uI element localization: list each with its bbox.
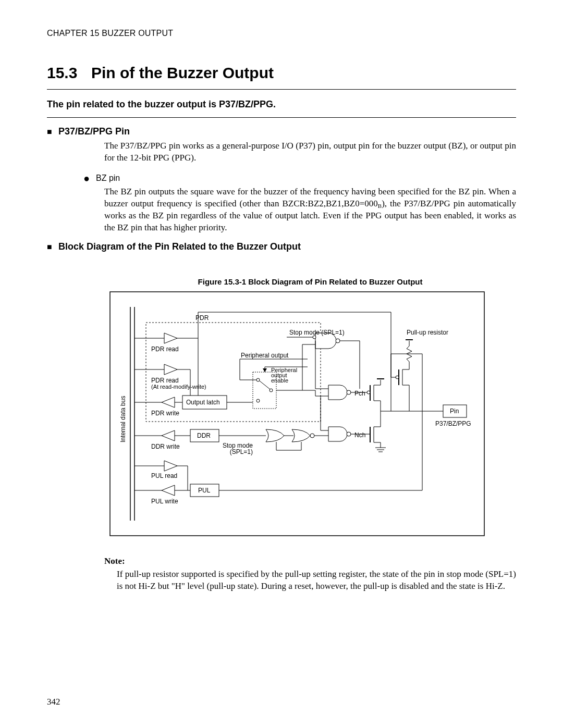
svg-point-96: [367, 391, 370, 394]
svg-text:PDR read: PDR read: [151, 377, 179, 384]
svg-text:DDR write: DDR write: [151, 443, 180, 450]
lead-sentence: The pin related to the buzzer output is …: [47, 99, 516, 110]
p37-paragraph: The P37/BZ/PPG pin works as a general-pu…: [104, 140, 516, 164]
round-bullet-icon: ●: [83, 176, 96, 181]
note-body: If pull-up resistor supported is specifi…: [117, 569, 516, 593]
svg-marker-35: [263, 368, 267, 372]
svg-text:P37/BZ/PPG: P37/BZ/PPG: [435, 420, 471, 427]
bz-pin-heading: ●BZ pin: [83, 174, 516, 183]
subheading-block-diagram: ■Block Diagram of the Pin Related to the…: [47, 241, 516, 252]
svg-text:Output latch: Output latch: [186, 399, 220, 406]
svg-point-75: [347, 390, 351, 394]
svg-text:(At read-modify-write): (At read-modify-write): [151, 384, 206, 390]
svg-marker-11: [164, 364, 177, 375]
svg-text:enable: enable: [271, 377, 288, 384]
svg-marker-6: [164, 333, 177, 343]
svg-text:(SPL=1): (SPL=1): [230, 448, 253, 455]
running-header: CHAPTER 15 BUZZER OUTPUT: [47, 29, 516, 38]
svg-text:Pin: Pin: [450, 408, 459, 415]
section-title: 15.3Pin of the Buzzer Output: [47, 64, 516, 82]
page-number: 342: [47, 697, 60, 707]
svg-marker-54: [162, 485, 175, 496]
svg-text:Pull-up resistor: Pull-up resistor: [407, 329, 448, 336]
page: CHAPTER 15 BUZZER OUTPUT 15.3Pin of the …: [0, 0, 563, 728]
figure-caption: Figure 15.3-1 Block Diagram of Pin Relat…: [104, 277, 516, 286]
svg-text:Internal data bus: Internal data bus: [119, 396, 127, 442]
note-heading: Note:: [104, 556, 516, 566]
section-number: 15.3: [47, 64, 91, 82]
svg-text:PDR write: PDR write: [151, 410, 179, 417]
svg-point-85: [347, 432, 351, 436]
rule: [47, 89, 516, 90]
svg-text:Pch: Pch: [354, 390, 365, 397]
svg-text:PDR read: PDR read: [151, 346, 179, 353]
svg-marker-47: [164, 461, 177, 471]
svg-text:Peripheral output: Peripheral output: [241, 352, 289, 359]
block-diagram: Internal data bus PDR PDR read PDR read …: [109, 291, 516, 538]
svg-text:PDR: PDR: [195, 314, 209, 322]
rule: [47, 117, 516, 118]
svg-text:DDR: DDR: [197, 432, 211, 439]
subheading-p37: ■P37/BZ/PPG Pin: [47, 126, 516, 137]
svg-point-25: [256, 378, 260, 381]
svg-text:PUL: PUL: [198, 487, 211, 494]
bz-pin-paragraph: The BZ pin outputs the square wave for t…: [104, 186, 516, 234]
svg-marker-42: [162, 430, 175, 441]
square-bullet-icon: ■: [47, 127, 58, 137]
section-text: Pin of the Buzzer Output: [91, 64, 274, 81]
square-bullet-icon: ■: [47, 242, 58, 252]
svg-text:Stop mode (SPL=1): Stop mode (SPL=1): [289, 329, 345, 336]
svg-line-28: [260, 381, 270, 389]
svg-text:PUL read: PUL read: [151, 472, 177, 479]
svg-point-26: [256, 399, 260, 402]
svg-marker-19: [162, 397, 175, 408]
svg-text:Nch: Nch: [354, 431, 365, 439]
svg-point-69: [336, 339, 340, 343]
svg-text:PUL write: PUL write: [151, 498, 178, 505]
svg-point-61: [310, 434, 314, 438]
